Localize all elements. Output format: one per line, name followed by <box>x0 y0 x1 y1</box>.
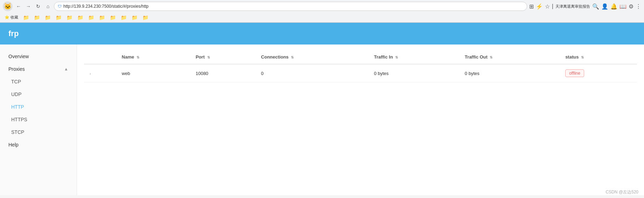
bookmark-12[interactable]: 📁 <box>141 14 150 21</box>
sidebar-item-tcp[interactable]: TCP <box>0 75 77 88</box>
profile-icon[interactable]: 👤 <box>601 3 608 10</box>
sidebar-section-proxies[interactable]: Proxies ▲ <box>0 63 77 75</box>
notification-icon[interactable]: 🔔 <box>610 3 617 10</box>
sidebar-item-help[interactable]: Help <box>0 138 77 151</box>
name-cell: web <box>116 64 190 82</box>
proxies-table: Name ⇅ Port ⇅ Connections ⇅ Traffic In <box>84 50 637 82</box>
folder-icon-3: 📁 <box>45 15 51 20</box>
more-icon[interactable]: ⋮ <box>636 3 641 10</box>
search-icon[interactable]: 🔍 <box>592 3 599 10</box>
th-port[interactable]: Port ⇅ <box>190 50 255 64</box>
folder-icon-7: 📁 <box>88 15 94 20</box>
address-bar[interactable]: 🛡 http://139.9.234.230:7500/static/#/pro… <box>54 2 527 11</box>
table-header-row: Name ⇅ Port ⇅ Connections ⇅ Traffic In <box>84 50 637 64</box>
expand-cell[interactable]: › <box>84 64 116 82</box>
separator: | <box>552 3 553 9</box>
star-bookmarks-icon: ⭐ <box>5 15 9 20</box>
reload-button[interactable]: ↻ <box>34 2 42 10</box>
expand-icon[interactable]: › <box>90 71 91 76</box>
th-connections[interactable]: Connections ⇅ <box>255 50 369 64</box>
browser-right-icons: ⊞ ⚡ ☆ | 天津离退离审批报告 🔍 👤 🔔 📖 ⚙ ⋮ <box>529 3 641 10</box>
folder-icon-6: 📁 <box>77 15 83 20</box>
sort-port-icon: ⇅ <box>207 55 210 59</box>
browser-toolbar: 🐱 ← → ↻ ⌂ 🛡 http://139.9.234.230:7500/st… <box>0 0 644 13</box>
th-expand <box>84 50 116 64</box>
port-cell: 10080 <box>190 64 255 82</box>
star-icon[interactable]: ☆ <box>545 3 550 10</box>
sidebar-item-http[interactable]: HTTP <box>0 101 77 113</box>
folder-icon-9: 📁 <box>110 15 116 20</box>
table-body: › web 10080 0 0 bytes <box>84 64 637 82</box>
sidebar-item-stcp[interactable]: STCP <box>0 126 77 138</box>
extension-text: 天津离退离审批报告 <box>555 4 590 9</box>
bookmark-6[interactable]: 📁 <box>76 14 85 21</box>
th-traffic-out[interactable]: Traffic Out ⇅ <box>459 50 560 64</box>
bookmark-9[interactable]: 📁 <box>108 14 118 21</box>
bookmark-1[interactable]: 📁 <box>21 14 31 21</box>
chevron-up-icon: ▲ <box>64 67 68 71</box>
bookmarks-label[interactable]: ⭐ 收藏 <box>3 14 20 21</box>
bookmark-7[interactable]: 📁 <box>86 14 96 21</box>
table-header: Name ⇅ Port ⇅ Connections ⇅ Traffic In <box>84 50 637 64</box>
folder-icon-2: 📁 <box>34 15 40 20</box>
folder-icon-11: 📁 <box>132 15 138 20</box>
bookmark-2[interactable]: 📁 <box>32 14 42 21</box>
home-button[interactable]: ⌂ <box>44 2 52 10</box>
lightning-icon[interactable]: ⚡ <box>536 3 543 10</box>
th-traffic-in[interactable]: Traffic In ⇅ <box>368 50 459 64</box>
folder-icon-8: 📁 <box>99 15 105 20</box>
sort-name-icon: ⇅ <box>136 55 139 59</box>
bookmark-4[interactable]: 📁 <box>54 14 63 21</box>
connections-cell: 0 <box>255 64 369 82</box>
table-row: › web 10080 0 0 bytes <box>84 64 637 82</box>
folder-icon-5: 📁 <box>66 15 72 20</box>
main-content: Name ⇅ Port ⇅ Connections ⇅ Traffic In <box>77 45 644 195</box>
settings-icon[interactable]: ⚙ <box>629 3 634 10</box>
bookmark-icon[interactable]: 📖 <box>620 3 626 10</box>
sort-connections-icon: ⇅ <box>291 55 294 59</box>
app-body: Overview Proxies ▲ TCP UDP HTTP HTTPS ST… <box>0 45 644 195</box>
browser-avatar: 🐱 <box>3 1 13 11</box>
folder-icon-1: 📁 <box>23 15 29 20</box>
traffic-out-cell: 0 bytes <box>459 64 560 82</box>
app-title: frp <box>8 29 19 38</box>
bookmark-10[interactable]: 📁 <box>119 14 128 21</box>
sort-traffic-in-icon: ⇅ <box>395 55 398 59</box>
sort-status-icon: ⇅ <box>581 55 584 59</box>
folder-icon-12: 📁 <box>142 15 148 20</box>
sidebar-item-udp[interactable]: UDP <box>0 88 77 101</box>
back-button[interactable]: ← <box>15 2 22 10</box>
bookmark-5[interactable]: 📁 <box>65 14 74 21</box>
forward-button[interactable]: → <box>24 2 32 10</box>
status-badge: offline <box>565 69 584 77</box>
sidebar-item-https[interactable]: HTTPS <box>0 113 77 126</box>
browser-chrome: 🐱 ← → ↻ ⌂ 🛡 http://139.9.234.230:7500/st… <box>0 0 644 23</box>
bookmarks-bar: ⭐ 收藏 📁 📁 📁 📁 📁 📁 📁 📁 📁 📁 📁 📁 <box>0 13 644 22</box>
sidebar: Overview Proxies ▲ TCP UDP HTTP HTTPS ST… <box>0 45 77 195</box>
sidebar-item-overview[interactable]: Overview <box>0 50 77 63</box>
bookmark-3[interactable]: 📁 <box>43 14 52 21</box>
footer-watermark: CSDN @左边520 <box>606 189 638 195</box>
app-header: frp <box>0 23 644 45</box>
status-cell: offline <box>560 64 637 82</box>
th-status[interactable]: status ⇅ <box>560 50 637 64</box>
apps-icon[interactable]: ⊞ <box>529 3 534 10</box>
traffic-in-cell: 0 bytes <box>368 64 459 82</box>
table-container: Name ⇅ Port ⇅ Connections ⇅ Traffic In <box>77 45 644 88</box>
bookmark-11[interactable]: 📁 <box>130 14 139 21</box>
bookmark-8[interactable]: 📁 <box>97 14 107 21</box>
url-text: http://139.9.234.230:7500/static/#/proxi… <box>63 4 149 9</box>
sort-traffic-out-icon: ⇅ <box>490 55 492 59</box>
th-name[interactable]: Name ⇅ <box>116 50 190 64</box>
folder-icon-10: 📁 <box>121 15 127 20</box>
folder-icon-4: 📁 <box>56 15 62 20</box>
secure-icon: 🛡 <box>58 4 62 8</box>
